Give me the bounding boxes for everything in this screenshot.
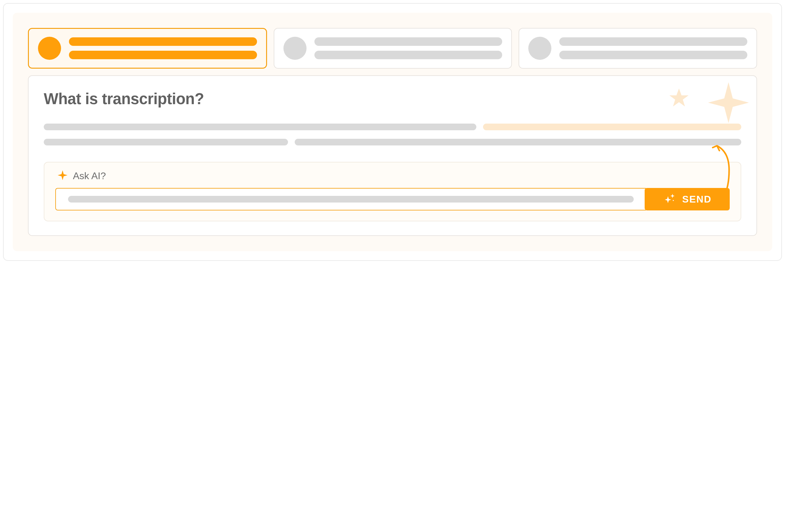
text-placeholder bbox=[44, 124, 476, 130]
svg-point-0 bbox=[673, 200, 674, 201]
sparkles-icon bbox=[663, 192, 676, 207]
tab-lines bbox=[69, 37, 257, 59]
content-heading: What is transcription? bbox=[44, 90, 741, 108]
ask-input[interactable] bbox=[55, 188, 646, 210]
tab-lines bbox=[559, 37, 747, 59]
sparkle-icon bbox=[57, 170, 68, 182]
outer-frame: What is transcription? bbox=[3, 3, 782, 261]
tab-line-placeholder bbox=[559, 37, 747, 46]
tab-card-2[interactable] bbox=[274, 28, 512, 69]
text-placeholder bbox=[295, 139, 741, 145]
tabs-row bbox=[28, 28, 757, 69]
ask-header: Ask AI? bbox=[57, 170, 730, 182]
tab-lines bbox=[314, 37, 503, 59]
text-highlight bbox=[483, 124, 741, 130]
body-row bbox=[44, 124, 741, 130]
body-row bbox=[44, 139, 741, 145]
tab-avatar bbox=[38, 37, 61, 60]
page-container: What is transcription? bbox=[13, 13, 772, 251]
tab-card-1[interactable] bbox=[28, 28, 267, 69]
input-placeholder bbox=[68, 196, 634, 203]
send-label: SEND bbox=[682, 194, 712, 205]
ask-ai-panel: Ask AI? SEND bbox=[44, 162, 741, 221]
star-large-icon bbox=[707, 81, 750, 125]
tab-avatar bbox=[528, 37, 551, 60]
content-body bbox=[44, 124, 741, 145]
tab-line-placeholder bbox=[314, 37, 503, 46]
tab-line-placeholder bbox=[559, 51, 747, 59]
tab-line-placeholder bbox=[69, 37, 257, 46]
tab-avatar bbox=[283, 37, 306, 60]
tab-line-placeholder bbox=[69, 51, 257, 59]
tab-card-3[interactable] bbox=[518, 28, 757, 69]
content-panel: What is transcription? bbox=[28, 75, 757, 236]
ask-title: Ask AI? bbox=[73, 170, 106, 182]
tab-line-placeholder bbox=[314, 51, 503, 59]
ask-input-row: SEND bbox=[55, 188, 730, 210]
send-button[interactable]: SEND bbox=[644, 188, 730, 210]
text-placeholder bbox=[44, 139, 288, 145]
star-small-icon bbox=[668, 87, 690, 109]
